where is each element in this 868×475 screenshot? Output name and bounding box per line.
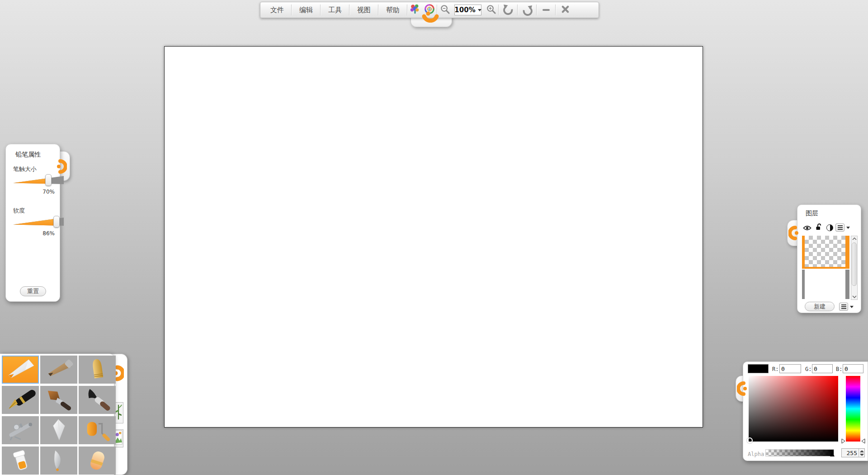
layer-list-menu-icon xyxy=(841,304,846,305)
brush-flat-brush[interactable] xyxy=(40,386,77,414)
red-field[interactable] xyxy=(779,364,801,373)
brush-eraser[interactable] xyxy=(79,446,116,475)
brush-palette-panel xyxy=(0,354,114,475)
menu-tools[interactable]: 工具 xyxy=(321,2,349,18)
zoom-level-value: 100% xyxy=(454,6,475,14)
softness-label: 软度 xyxy=(13,207,25,215)
rainbow-face-icon xyxy=(410,4,420,16)
brush-spear-blade[interactable] xyxy=(40,446,77,475)
brush-size-label: 笔触大小 xyxy=(13,165,37,173)
alpha-slider[interactable] xyxy=(765,449,834,456)
layers-panel-drag-grip-icon[interactable] xyxy=(788,224,799,243)
brush-pencil[interactable] xyxy=(2,356,39,384)
chevron-down-icon xyxy=(478,9,481,11)
layer-list-scrollbar[interactable] xyxy=(851,236,858,300)
drawing-canvas[interactable] xyxy=(164,46,703,428)
softness-value: 86% xyxy=(13,230,55,237)
new-layer-button[interactable]: 新建 xyxy=(805,302,835,311)
blue-field[interactable] xyxy=(843,364,863,373)
green-label: G: xyxy=(805,366,811,372)
reset-button[interactable]: 重置 xyxy=(20,286,46,296)
softness-slider[interactable] xyxy=(13,216,64,228)
close-icon xyxy=(561,5,570,15)
minimize-icon xyxy=(542,9,550,11)
brush-ink-brush[interactable] xyxy=(79,386,116,414)
pencil-properties-panel: 铅笔属性 笔触大小 70% 软度 86% 重置 xyxy=(5,144,60,302)
visibility-eye-icon xyxy=(803,224,811,233)
spinner-up-icon[interactable] xyxy=(860,449,864,452)
softness-slider-handle[interactable] xyxy=(53,216,60,228)
color-picker-panel: R: G: B: Alpha 255 xyxy=(743,361,868,461)
brush-size-slider-handle[interactable] xyxy=(45,174,52,186)
brush-paint-roller[interactable] xyxy=(79,416,116,444)
layer-thumbnail-transparent xyxy=(805,236,845,267)
alpha-value: 255 xyxy=(842,450,859,456)
blue-label: B: xyxy=(836,366,842,372)
scroll-up-icon[interactable] xyxy=(851,238,857,240)
alpha-marker-icon[interactable] xyxy=(830,452,835,456)
menu-edit[interactable]: 编辑 xyxy=(292,2,320,18)
layer-options-menu-icon xyxy=(838,225,843,226)
zoom-level-dropdown[interactable]: 100% xyxy=(454,5,481,15)
brush-size-slider-track xyxy=(13,176,64,184)
close-button[interactable] xyxy=(556,2,574,18)
layers-panel-title: 图层 xyxy=(806,209,818,218)
brush-paint-tube[interactable] xyxy=(2,446,39,475)
zoom-out-icon xyxy=(440,4,450,16)
minimize-button[interactable] xyxy=(537,2,555,18)
scrollbar-thumb[interactable] xyxy=(852,242,857,286)
menu-view[interactable]: 视图 xyxy=(350,2,378,18)
layer-lock-button[interactable] xyxy=(815,223,823,232)
zoom-in-button[interactable] xyxy=(484,2,498,18)
chevron-down-icon[interactable] xyxy=(850,306,854,308)
chevron-down-icon[interactable] xyxy=(846,227,850,229)
contrast-half-circle-icon xyxy=(826,224,833,231)
hue-marker-left-icon[interactable] xyxy=(861,437,865,446)
unlock-icon xyxy=(815,223,823,233)
layer-list-menu-button[interactable] xyxy=(839,303,848,311)
toolbar-drag-grip-icon[interactable] xyxy=(420,11,440,27)
layers-panel: 图层 xyxy=(797,204,861,313)
undo-icon xyxy=(503,4,514,17)
brush-fountain-pen[interactable] xyxy=(2,386,39,414)
layer-visibility-button[interactable] xyxy=(802,224,812,232)
redo-icon xyxy=(522,5,533,16)
layer-row[interactable] xyxy=(802,269,849,299)
red-label: R: xyxy=(772,366,778,372)
redo-button[interactable] xyxy=(518,2,536,18)
brush-grid xyxy=(2,356,116,475)
brush-airbrush[interactable] xyxy=(2,416,39,444)
undo-button[interactable] xyxy=(499,2,517,18)
layer-row-active[interactable] xyxy=(802,236,849,269)
hue-marker-right-icon[interactable] xyxy=(841,437,845,446)
menu-help[interactable]: 帮助 xyxy=(379,2,407,18)
current-color-swatch xyxy=(748,364,769,373)
menu-file[interactable]: 文件 xyxy=(263,2,291,18)
green-field[interactable] xyxy=(812,364,833,373)
hue-bar[interactable] xyxy=(846,376,860,442)
layer-list xyxy=(802,236,849,300)
brush-size-value: 70% xyxy=(13,189,55,195)
layer-blend-button[interactable] xyxy=(826,223,834,232)
scroll-down-icon[interactable] xyxy=(851,295,857,298)
alpha-spinner[interactable]: 255 xyxy=(841,448,865,457)
brush-wood-pencil[interactable] xyxy=(40,356,77,384)
pencil-panel-drag-grip-icon[interactable] xyxy=(56,158,67,177)
saturation-value-square[interactable] xyxy=(749,376,838,442)
color-cursor-icon[interactable] xyxy=(747,437,753,443)
layer-thumbnail-white xyxy=(805,270,845,298)
brush-palette-knife[interactable] xyxy=(40,416,77,444)
spinner-down-icon[interactable] xyxy=(860,454,864,457)
alpha-label: Alpha xyxy=(748,451,764,457)
layer-options-menu-button[interactable] xyxy=(835,223,844,232)
zoom-in-icon xyxy=(486,4,496,16)
brush-crayon[interactable] xyxy=(79,356,116,384)
pencil-panel-title: 铅笔属性 xyxy=(15,151,41,159)
color-panel-drag-grip-icon[interactable] xyxy=(737,380,748,399)
